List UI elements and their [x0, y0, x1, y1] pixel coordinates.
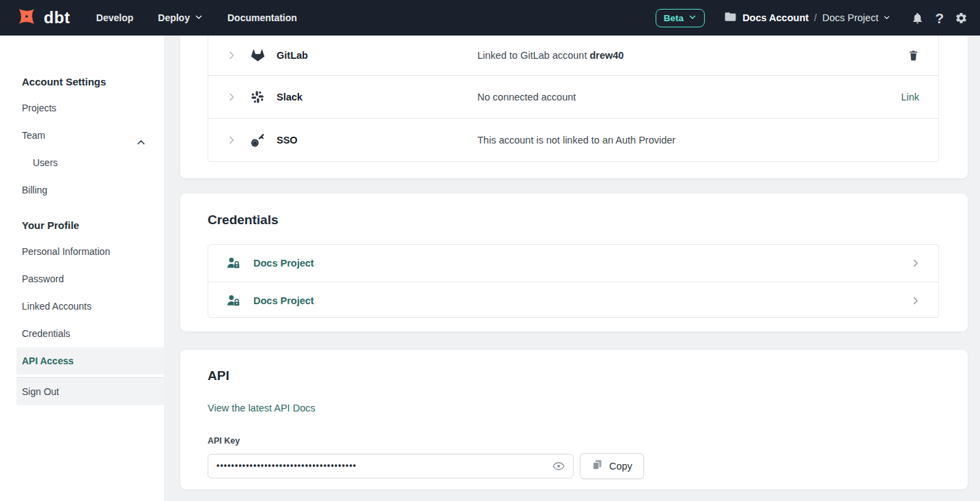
main-content: GitLab Linked to GitLab account drew40 [164, 36, 980, 501]
nav-develop[interactable]: Develop [96, 12, 133, 23]
link-action[interactable]: Link [901, 92, 919, 103]
chevron-right-icon[interactable] [226, 50, 237, 61]
breadcrumb-separator: / [814, 12, 817, 23]
chevron-down-icon [688, 13, 697, 23]
breadcrumb-project-label: Docs Project [822, 12, 878, 23]
sidebar-heading-account-settings: Account Settings [0, 75, 164, 89]
chevron-down-icon [195, 12, 203, 23]
dbt-logo-icon [15, 5, 38, 31]
sidebar-item-team[interactable]: Team [0, 122, 164, 149]
nav-documentation[interactable]: Documentation [227, 12, 297, 23]
sidebar-item-sign-out[interactable]: Sign Out [16, 377, 164, 405]
sidebar-item-personal-information[interactable]: Personal Information [0, 238, 164, 265]
credentials-list: Docs Project Docs Project [208, 244, 939, 318]
user-lock-icon [226, 256, 241, 270]
api-key-input[interactable]: •••••••••••••••••••••••••••••••••••••• [208, 454, 574, 478]
nav-links: Develop Deploy Documentation [96, 12, 297, 23]
linked-account-name: SSO [277, 135, 298, 146]
beta-dropdown[interactable]: Beta [656, 9, 705, 27]
credential-row[interactable]: Docs Project [208, 282, 938, 319]
dbt-logo-text: dbt [44, 8, 70, 27]
folder-icon [724, 10, 737, 26]
chevron-right-icon [910, 295, 921, 306]
linked-account-name: GitLab [277, 50, 308, 61]
slack-icon [251, 90, 264, 104]
chevron-down-icon [883, 12, 891, 23]
sidebar-item-linked-accounts[interactable]: Linked Accounts [0, 293, 164, 320]
bell-icon[interactable] [911, 12, 924, 25]
eye-icon[interactable] [552, 459, 565, 473]
credential-row[interactable]: Docs Project [208, 245, 938, 282]
sidebar-item-billing[interactable]: Billing [0, 176, 164, 204]
sidebar-item-credentials[interactable]: Credentials [0, 320, 164, 347]
credential-project-label: Docs Project [253, 258, 314, 269]
nav-deploy[interactable]: Deploy [158, 12, 203, 23]
sidebar-item-api-access[interactable]: API Access [16, 347, 164, 375]
status-account-name: drew40 [589, 50, 624, 61]
nav-deploy-label: Deploy [158, 12, 190, 23]
credential-project-label: Docs Project [253, 295, 314, 306]
dbt-logo[interactable]: dbt [12, 5, 70, 31]
settings-sidebar: Account Settings Projects Team Users Bil… [0, 36, 164, 501]
chevron-right-icon[interactable] [226, 92, 237, 103]
api-key-masked-value: •••••••••••••••••••••••••••••••••••••• [216, 461, 356, 470]
credentials-card: Credentials Docs Project [180, 193, 968, 331]
status-text: Linked to GitLab account [477, 50, 589, 61]
linked-account-row-gitlab: GitLab Linked to GitLab account drew40 [208, 36, 938, 75]
linked-account-row-slack: Slack No connected account Link [208, 75, 938, 118]
api-title: API [208, 368, 939, 383]
api-docs-link[interactable]: View the latest API Docs [208, 403, 316, 414]
copy-icon [591, 459, 603, 474]
breadcrumb: Docs Account / Docs Project [724, 10, 891, 26]
api-key-label: API Key [208, 436, 939, 446]
linked-account-name: Slack [277, 92, 303, 103]
linked-account-row-sso: SSO This account is not linked to an Aut… [208, 118, 938, 161]
trash-icon[interactable] [908, 49, 919, 62]
sidebar-item-users[interactable]: Users [0, 149, 164, 176]
top-navbar: dbt Develop Deploy Documentation Beta Do… [0, 0, 980, 36]
help-icon[interactable]: ? [935, 11, 944, 25]
linked-accounts-list: GitLab Linked to GitLab account drew40 [208, 36, 939, 162]
breadcrumb-account[interactable]: Docs Account [742, 12, 809, 23]
sidebar-item-team-label: Team [22, 130, 45, 141]
sidebar-heading-your-profile: Your Profile [0, 219, 164, 232]
linked-accounts-card: GitLab Linked to GitLab account drew40 [180, 36, 968, 178]
user-lock-icon [226, 294, 241, 308]
breadcrumb-project-dropdown[interactable]: Docs Project [822, 12, 891, 23]
beta-label: Beta [664, 13, 684, 23]
key-icon [251, 133, 265, 148]
sidebar-item-password[interactable]: Password [0, 265, 164, 293]
copy-button-label: Copy [609, 461, 632, 472]
gear-icon[interactable] [955, 12, 968, 25]
chevron-right-icon[interactable] [226, 135, 237, 146]
linked-account-status: Linked to GitLab account drew40 [477, 50, 624, 61]
linked-account-status: This account is not linked to an Auth Pr… [477, 135, 675, 146]
copy-button[interactable]: Copy [580, 453, 644, 479]
api-card: API View the latest API Docs API Key •••… [180, 350, 968, 489]
credentials-title: Credentials [208, 213, 939, 228]
sidebar-item-projects[interactable]: Projects [0, 94, 164, 122]
linked-account-status: No connected account [477, 92, 576, 103]
chevron-right-icon [910, 258, 921, 269]
gitlab-icon [251, 49, 265, 63]
